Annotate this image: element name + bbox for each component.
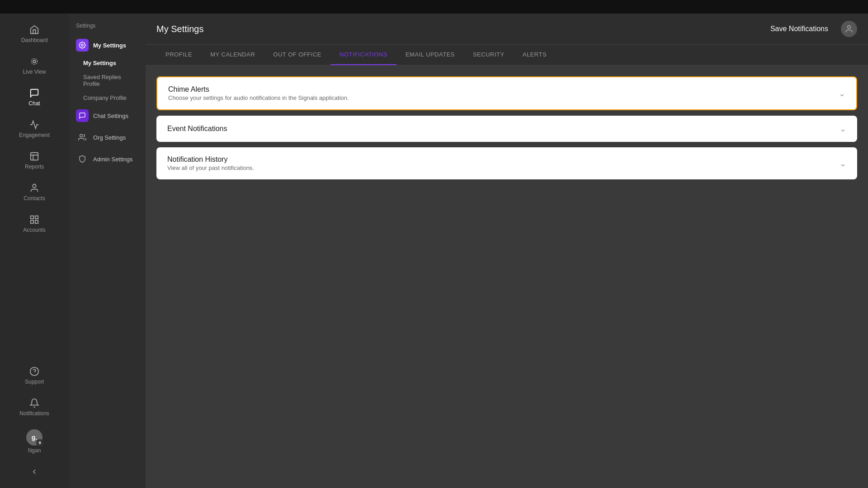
notifications-icon	[29, 398, 40, 408]
header-right: Save Notifications	[763, 21, 857, 37]
nav-label-notifications: Notifications	[19, 410, 49, 417]
tab-security[interactable]: SECURITY	[464, 45, 514, 65]
nav-item-accounts[interactable]: Accounts	[0, 208, 69, 239]
nav-label-engagement: Engagement	[19, 132, 50, 138]
accordion-history-subtitle: View all of your past notifications.	[167, 164, 254, 171]
nav-item-user[interactable]: g. 9 Ngan	[0, 423, 69, 460]
nav-label-reports: Reports	[25, 164, 44, 170]
dashboard-icon	[29, 24, 40, 35]
support-icon	[29, 366, 40, 377]
tabs-bar: PROFILE MY CALENDAR OUT OF OFFICE NOTIFI…	[146, 45, 868, 66]
settings-label-chat: Chat Settings	[93, 113, 128, 119]
nav-item-support[interactable]: Support	[0, 360, 69, 391]
live-view-icon	[29, 56, 40, 67]
my-settings-icon	[76, 39, 89, 52]
nav-item-notifications[interactable]: Notifications	[0, 391, 69, 423]
nav-collapse[interactable]	[0, 460, 69, 483]
nav-item-live-view[interactable]: Live View	[0, 50, 69, 81]
page-title: My Settings	[156, 24, 203, 34]
accordion-history-chevron: ⌄	[840, 159, 846, 169]
accordion-event-title: Event Notifications	[167, 125, 227, 133]
header-avatar	[841, 21, 857, 37]
chat-icon	[29, 88, 40, 99]
svg-rect-6	[31, 221, 33, 223]
nav-item-contacts[interactable]: Contacts	[0, 176, 69, 208]
content-body: Chime Alerts Choose your settings for au…	[146, 66, 868, 488]
nav-item-dashboard[interactable]: Dashboard	[0, 18, 69, 50]
settings-header: Settings	[69, 23, 146, 34]
tab-notifications[interactable]: NOTIFICATIONS	[330, 45, 396, 65]
accordion-chime-header[interactable]: Chime Alerts Choose your settings for au…	[157, 77, 856, 109]
contacts-icon	[29, 183, 40, 193]
nav-label-accounts: Accounts	[23, 227, 45, 233]
sub-item-company-profile[interactable]: Company Profile	[69, 91, 146, 105]
engagement-icon	[29, 119, 40, 130]
content-header: My Settings Save Notifications	[146, 14, 868, 45]
tab-out-of-office[interactable]: OUT OF OFFICE	[264, 45, 330, 65]
nav-label-live-view: Live View	[23, 69, 46, 75]
sub-item-saved-replies[interactable]: Saved Replies Profile	[69, 70, 146, 91]
user-badge: 9	[36, 439, 43, 446]
nav-label-support: Support	[25, 379, 44, 385]
svg-point-1	[32, 59, 38, 65]
svg-rect-4	[31, 216, 33, 219]
svg-point-11	[848, 26, 851, 29]
accordion-event-header[interactable]: Event Notifications ⌄	[156, 116, 857, 142]
svg-point-10	[80, 134, 83, 137]
nav-item-chat[interactable]: Chat	[0, 81, 69, 113]
tab-my-calendar[interactable]: MY CALENDAR	[201, 45, 264, 65]
svg-point-3	[33, 184, 36, 188]
settings-item-org[interactable]: Org Settings	[69, 127, 146, 148]
svg-rect-2	[31, 153, 38, 160]
accordion-chime-subtitle: Choose your settings for audio notificat…	[168, 94, 349, 101]
settings-item-chat-settings[interactable]: Chat Settings	[69, 105, 146, 127]
accordion-chime-alerts[interactable]: Chime Alerts Choose your settings for au…	[156, 76, 857, 110]
main-content: My Settings Save Notifications PROFILE M…	[146, 14, 868, 488]
collapse-icon	[29, 466, 40, 477]
accordion-chime-text: Chime Alerts Choose your settings for au…	[168, 85, 349, 101]
nav-item-engagement[interactable]: Engagement	[0, 113, 69, 145]
accordion-chime-chevron: ⌄	[839, 89, 845, 99]
settings-label-my-settings: My Settings	[93, 42, 126, 49]
chat-settings-icon	[76, 109, 89, 122]
accordion-history-header[interactable]: Notification History View all of your pa…	[156, 147, 857, 179]
settings-item-my-settings[interactable]: My Settings	[69, 34, 146, 56]
accordion-event-chevron: ⌄	[840, 124, 846, 134]
settings-label-org: Org Settings	[93, 134, 126, 141]
accordion-history-title: Notification History	[167, 155, 254, 164]
reports-icon	[29, 151, 40, 162]
accordion-history-text: Notification History View all of your pa…	[167, 155, 254, 171]
nav-label-chat: Chat	[28, 100, 40, 107]
nav-label-dashboard: Dashboard	[21, 37, 48, 43]
avatar: g. 9	[26, 429, 42, 446]
save-notifications-button[interactable]: Save Notifications	[763, 21, 835, 37]
svg-point-0	[33, 60, 36, 63]
nav-item-reports[interactable]: Reports	[0, 145, 69, 176]
tab-alerts[interactable]: ALERTS	[514, 45, 556, 65]
nav-sidebar: Dashboard Live View Chat Engagement Repo…	[0, 14, 69, 488]
accounts-icon	[29, 214, 40, 225]
sub-item-my-settings[interactable]: My Settings	[69, 56, 146, 70]
accordion-event-notifications[interactable]: Event Notifications ⌄	[156, 116, 857, 142]
nav-label-contacts: Contacts	[24, 195, 45, 202]
settings-item-admin[interactable]: Admin Settings	[69, 148, 146, 170]
accordion-event-text: Event Notifications	[167, 125, 227, 133]
org-settings-icon	[76, 131, 89, 144]
svg-rect-7	[35, 221, 38, 223]
nav-label-user: Ngan	[28, 447, 41, 454]
tab-email-updates[interactable]: EMAIL UPDATES	[396, 45, 464, 65]
tab-profile[interactable]: PROFILE	[156, 45, 201, 65]
accordion-chime-title: Chime Alerts	[168, 85, 349, 94]
svg-point-9	[81, 44, 83, 46]
settings-label-admin: Admin Settings	[93, 156, 132, 163]
svg-rect-5	[35, 216, 38, 219]
accordion-notification-history[interactable]: Notification History View all of your pa…	[156, 147, 857, 179]
settings-sidebar: Settings My Settings My Settings Saved R…	[69, 14, 146, 488]
admin-settings-icon	[76, 153, 89, 165]
